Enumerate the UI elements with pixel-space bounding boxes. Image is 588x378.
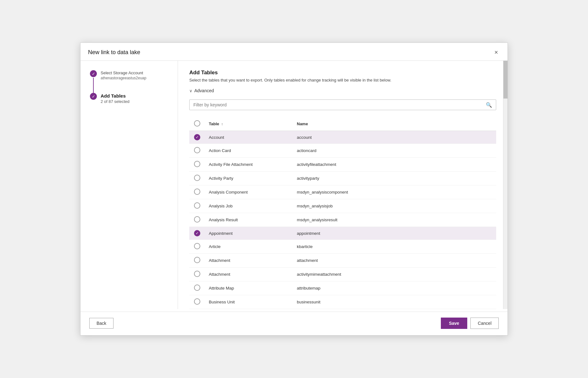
col-name-header: Name: [293, 118, 496, 131]
row-table-name: Activity File Attachment: [205, 158, 293, 172]
back-button[interactable]: Back: [89, 318, 114, 329]
row-radio-cell: [189, 281, 205, 295]
cancel-button[interactable]: Cancel: [470, 318, 499, 329]
row-radio-cell: [189, 172, 205, 185]
step-1-checkmark: ✓: [92, 72, 95, 76]
scrollbar-thumb: [503, 61, 508, 99]
row-system-name: msdyn_analysiscomponent: [293, 185, 496, 199]
filter-row: 🔍: [189, 99, 496, 110]
table-container: Table ↑ Name AccountaccountAction Cardac…: [189, 118, 496, 309]
step-1-sub: athenastorageeastus2euap: [101, 76, 146, 80]
select-all-radio[interactable]: [194, 120, 200, 127]
row-radio[interactable]: [194, 175, 200, 181]
dialog-footer: Back Save Cancel: [80, 312, 508, 335]
table-row: Attribute Mapattributemap: [189, 281, 496, 295]
row-system-name: appointment: [293, 227, 496, 240]
row-system-name: activityparty: [293, 172, 496, 185]
dialog-title: New link to data lake: [88, 49, 140, 56]
row-radio[interactable]: [194, 189, 200, 195]
row-radio-cell: [189, 213, 205, 227]
row-radio[interactable]: [194, 257, 200, 263]
table-row: Activity Partyactivityparty: [189, 172, 496, 185]
table-row: Action Cardactioncard: [189, 144, 496, 158]
row-radio-cell: [189, 240, 205, 254]
row-table-name: Attachment: [205, 254, 293, 268]
row-radio[interactable]: [194, 134, 200, 140]
row-radio-cell: [189, 144, 205, 158]
row-system-name: activitymimeattachment: [293, 268, 496, 281]
advanced-toggle[interactable]: ∨ Advanced: [189, 88, 496, 93]
step-1: ✓ Select Storage Account athenastorageea…: [90, 70, 170, 93]
new-link-dialog: New link to data lake × ✓ Select Storage…: [80, 42, 508, 336]
row-table-name: Attachment: [205, 268, 293, 281]
table-row: Attachmentactivitymimeattachment: [189, 268, 496, 281]
row-table-name: Appointment: [205, 227, 293, 240]
main-panel: Add Tables Select the tables that you wa…: [178, 61, 508, 309]
row-system-name: actioncard: [293, 144, 496, 158]
step-1-name: Select Storage Account: [101, 71, 146, 75]
row-table-name: Account: [205, 131, 293, 144]
table-row: Attachmentattachment: [189, 254, 496, 268]
row-system-name: activityfileattachment: [293, 158, 496, 172]
row-radio-cell: [189, 199, 205, 213]
row-radio[interactable]: [194, 285, 200, 291]
search-icon: 🔍: [482, 102, 496, 108]
row-system-name: businessunit: [293, 295, 496, 309]
table-row: Analysis Resultmsdyn_analysisresult: [189, 213, 496, 227]
row-table-name: Business Unit: [205, 295, 293, 309]
row-radio[interactable]: [194, 147, 200, 153]
row-table-name: Article: [205, 240, 293, 254]
steps-panel: ✓ Select Storage Account athenastorageea…: [80, 61, 178, 309]
step-1-circle: ✓: [90, 70, 97, 77]
footer-right: Save Cancel: [441, 318, 499, 329]
table-row: Appointmentappointment: [189, 227, 496, 240]
step-2-name: Add Tables: [101, 93, 130, 99]
row-radio[interactable]: [194, 271, 200, 277]
step-2: ✓ Add Tables 2 of 87 selected: [90, 93, 170, 104]
row-radio-cell: [189, 131, 205, 144]
row-radio-cell: [189, 268, 205, 281]
save-button[interactable]: Save: [441, 318, 468, 329]
section-title: Add Tables: [189, 70, 496, 76]
table-row: Analysis Componentmsdyn_analysiscomponen…: [189, 185, 496, 199]
advanced-chevron-icon: ∨: [189, 88, 192, 93]
advanced-label: Advanced: [194, 88, 214, 93]
scrollbar[interactable]: [503, 61, 508, 309]
step-2-sub: 2 of 87 selected: [101, 99, 130, 104]
row-table-name: Analysis Component: [205, 185, 293, 199]
step-1-content: Select Storage Account athenastorageeast…: [101, 70, 146, 80]
row-radio[interactable]: [194, 230, 200, 236]
row-system-name: kbarticle: [293, 240, 496, 254]
row-table-name: Attribute Map: [205, 281, 293, 295]
row-radio-cell: [189, 227, 205, 240]
row-radio[interactable]: [194, 298, 200, 305]
row-table-name: Action Card: [205, 144, 293, 158]
row-radio[interactable]: [194, 202, 200, 209]
row-radio-cell: [189, 254, 205, 268]
row-radio[interactable]: [194, 216, 200, 223]
row-system-name: attachment: [293, 254, 496, 268]
row-radio[interactable]: [194, 243, 200, 249]
table-header-row: Table ↑ Name: [189, 118, 496, 131]
table-row: Analysis Jobmsdyn_analysisjob: [189, 199, 496, 213]
filter-input[interactable]: [190, 100, 482, 110]
row-radio-cell: [189, 158, 205, 172]
row-radio[interactable]: [194, 161, 200, 167]
row-table-name: Activity Party: [205, 172, 293, 185]
row-system-name: msdyn_analysisresult: [293, 213, 496, 227]
table-row: Articlekbarticle: [189, 240, 496, 254]
step-2-circle: ✓: [90, 93, 97, 100]
col-checkbox-header[interactable]: [189, 118, 205, 131]
col-table-header[interactable]: Table ↑: [205, 118, 293, 131]
sort-arrow-icon: ↑: [221, 122, 223, 126]
step-1-line: [93, 78, 94, 93]
step-2-content: Add Tables 2 of 87 selected: [101, 93, 130, 104]
step-2-indicator-col: ✓: [90, 93, 97, 100]
row-table-name: Analysis Result: [205, 213, 293, 227]
row-radio-cell: [189, 295, 205, 309]
table-row: Accountaccount: [189, 131, 496, 144]
table-row: Business Unitbusinessunit: [189, 295, 496, 309]
dialog-body: ✓ Select Storage Account athenastorageea…: [80, 61, 508, 309]
dialog-header: New link to data lake ×: [80, 43, 508, 61]
close-button[interactable]: ×: [492, 48, 500, 56]
